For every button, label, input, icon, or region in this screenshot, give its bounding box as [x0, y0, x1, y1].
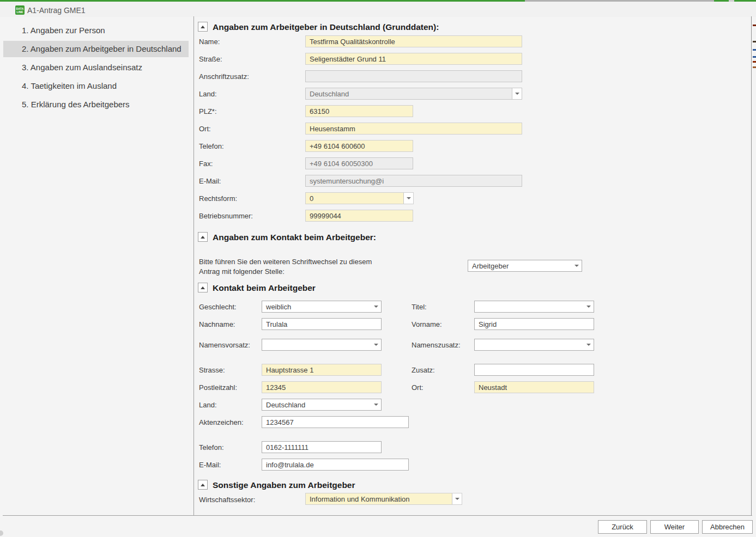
section-collapse-button[interactable]	[198, 22, 208, 32]
land-label: Land:	[199, 90, 217, 98]
anschriftzusatz-input	[305, 70, 522, 82]
ort2-label: Ort:	[412, 383, 424, 392]
email2-input[interactable]	[262, 459, 409, 471]
rechtsform-select[interactable]: 0	[305, 192, 414, 204]
section-title-kontakt: Kontakt beim Arbeitgeber	[213, 283, 316, 293]
anschriftzusatz-label: Anschriftzusatz:	[199, 72, 249, 81]
zusatz-label: Zusatz:	[412, 366, 435, 374]
section-collapse-button[interactable]	[198, 283, 208, 292]
ort2-input[interactable]	[474, 381, 594, 393]
ort-input[interactable]	[305, 123, 522, 135]
chevron-down-icon[interactable]	[371, 399, 381, 410]
sidebar-divider	[193, 16, 194, 515]
section-title-grunddaten: Angaben zum Arbeitgeber in Deutschland (…	[213, 22, 439, 32]
sidebar-item-step3[interactable]: 3. Angaben zum Auslandseinsatz	[3, 59, 189, 76]
namensvorsatz-label: Namensvorsatz:	[199, 341, 250, 349]
footer-divider	[3, 515, 752, 516]
chevron-down-icon[interactable]	[371, 301, 381, 312]
sidebar-item-step4[interactable]: 4. Taetigkeiten im Ausland	[3, 78, 189, 94]
section-title-sonstige: Sonstige Angaben zum Arbeitgeber	[213, 480, 355, 490]
betriebsnummer-input[interactable]	[305, 210, 413, 222]
background-window-sliver	[753, 41, 756, 42]
right-window-border	[751, 16, 752, 515]
stelle-select[interactable]: Arbeitgeber	[468, 260, 582, 272]
postleitzahl-label: Postleitzahl:	[199, 383, 237, 392]
land2-label: Land:	[199, 401, 217, 409]
chevron-up-icon	[201, 236, 205, 239]
email-input	[305, 175, 522, 187]
titel-select[interactable]	[474, 301, 594, 313]
chevron-down-icon[interactable]	[584, 301, 594, 312]
background-window-sliver	[753, 61, 756, 63]
next-button[interactable]: Weiter	[650, 520, 699, 534]
schriftwechsel-note-line2: Antrag mit folgender Stelle:	[199, 267, 285, 276]
land2-select[interactable]: Deutschland	[262, 399, 382, 411]
background-window-sliver	[753, 25, 756, 26]
chevron-down-icon[interactable]	[584, 339, 594, 350]
schriftwechsel-note-line1: Bitte führen Sie den weiteren Schriftwec…	[199, 258, 372, 266]
sidebar-item-step5[interactable]: 5. Erklärung des Arbeitgebers	[3, 96, 189, 113]
titel-label: Titel:	[412, 303, 427, 311]
chevron-down-icon[interactable]	[371, 339, 381, 350]
sidebar-item-step2[interactable]: 2. Angaben zum Arbeitgeber in Deutschlan…	[3, 41, 189, 57]
ort-label: Ort:	[199, 125, 211, 133]
postleitzahl-input[interactable]	[262, 381, 382, 393]
plz-input[interactable]	[305, 105, 413, 117]
strasse2-input[interactable]	[262, 364, 382, 376]
nachname-label: Nachname:	[199, 320, 235, 328]
name-input[interactable]	[305, 35, 522, 47]
wirtschaftssektor-label: Wirtschaftssektor:	[199, 496, 255, 504]
geschlecht-select[interactable]: weiblich	[262, 301, 382, 313]
geschlecht-label: Geschlecht:	[199, 303, 237, 311]
background-window-corner	[0, 530, 3, 536]
namensvorsatz-select[interactable]	[262, 339, 382, 351]
chevron-down-icon[interactable]	[572, 260, 582, 271]
telefon-input[interactable]	[305, 140, 413, 152]
email2-label: E-Mail:	[199, 461, 221, 469]
aktenzeichen-label: Aktenzeichen:	[199, 418, 244, 426]
dataline-logo-icon: DATA LINE	[15, 5, 25, 15]
section-collapse-button[interactable]	[198, 232, 208, 242]
background-window-sliver	[753, 56, 756, 58]
background-window-sliver	[753, 49, 756, 51]
fax-input	[305, 157, 413, 169]
background-window-sliver	[753, 66, 756, 68]
namenszusatz-label: Namenszusatz:	[412, 341, 461, 349]
land-select: Deutschland	[305, 88, 522, 100]
back-button[interactable]: Zurück	[598, 520, 647, 534]
chevron-up-icon	[201, 484, 205, 486]
telefon2-input[interactable]	[262, 441, 382, 453]
zusatz-input[interactable]	[474, 364, 594, 376]
sidebar-item-step1[interactable]: 1. Angaben zur Person	[3, 22, 189, 39]
chevron-up-icon	[201, 286, 205, 289]
strasse-input[interactable]	[305, 53, 522, 65]
telefon2-label: Telefon:	[199, 443, 224, 451]
name-label: Name:	[199, 38, 220, 46]
chevron-down-icon[interactable]	[452, 493, 462, 504]
telefon-label: Telefon:	[199, 142, 224, 150]
vorname-label: Vorname:	[412, 320, 442, 328]
strasse-label: Straße:	[199, 55, 222, 63]
vorname-input[interactable]	[474, 318, 594, 330]
section-collapse-button[interactable]	[198, 480, 208, 490]
chevron-up-icon	[201, 26, 205, 28]
fax-label: Fax:	[199, 160, 213, 168]
rechtsform-label: Rechtsform:	[199, 194, 237, 203]
chevron-down-icon[interactable]	[403, 193, 413, 204]
betriebsnummer-label: Betriebsnummer:	[199, 212, 253, 220]
nachname-input[interactable]	[262, 318, 382, 330]
plz-label: PLZ*:	[199, 107, 217, 115]
strasse2-label: Strasse:	[199, 366, 225, 374]
section-title-kontakt-info: Angaben zum Kontakt beim Arbeitgeber:	[213, 233, 376, 242]
a1-antrag-dialog: DATA LINE A1-Antrag GME1 1. Angaben zur …	[0, 0, 756, 537]
aktenzeichen-input[interactable]	[262, 416, 409, 428]
wirtschaftssektor-select[interactable]: Information und Kommunikation	[305, 493, 462, 505]
window-title: A1-Antrag GME1	[27, 6, 86, 15]
namenszusatz-select[interactable]	[474, 339, 594, 351]
email-label: E-Mail:	[199, 177, 221, 185]
titlebar: DATA LINE A1-Antrag GME1	[0, 2, 756, 17]
cancel-button[interactable]: Abbrechen	[702, 520, 753, 534]
chevron-down-icon	[512, 88, 522, 99]
